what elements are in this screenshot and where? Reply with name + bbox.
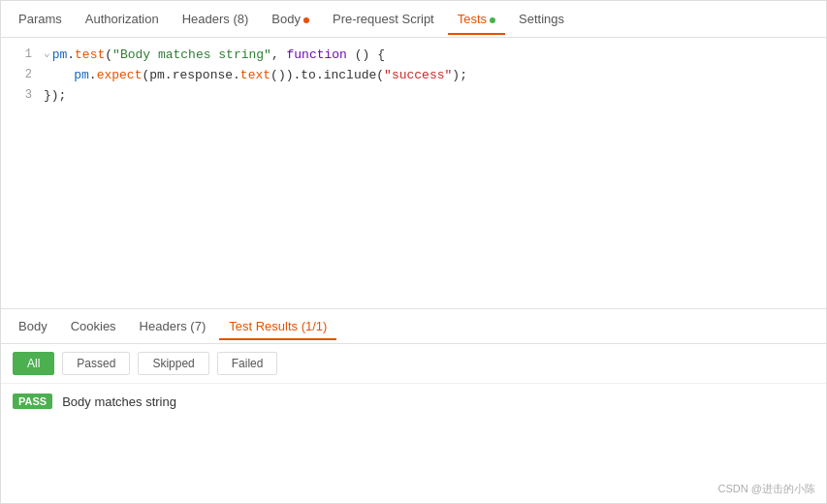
top-tab-settings[interactable]: Settings — [509, 4, 574, 34]
bottom-tab-cookies[interactable]: Cookies — [61, 313, 126, 339]
filter-tab-skipped[interactable]: Skipped — [138, 352, 208, 375]
line-number: 1 — [9, 46, 32, 64]
bottom-tab-bar: BodyCookiesHeaders (7)Test Results (1/1) — [1, 309, 826, 344]
filter-tab-bar: AllPassedSkippedFailed — [1, 344, 826, 384]
code-content: pm.test("Body matches string", function … — [52, 46, 385, 66]
test-results-panel: PASSBody matches string — [1, 384, 826, 419]
code-line-1: 1⌄pm.test("Body matches string", functio… — [1, 46, 826, 66]
top-tab-pre-requestscript[interactable]: Pre-request Script — [323, 4, 444, 34]
pass-badge: PASS — [13, 394, 52, 409]
top-tab-authorization[interactable]: Authorization — [76, 4, 169, 34]
tab-dot-green — [490, 17, 495, 23]
line-number: 3 — [9, 86, 32, 105]
code-content: }); — [44, 86, 66, 107]
filter-tab-passed[interactable]: Passed — [62, 352, 130, 375]
filter-tab-all[interactable]: All — [13, 352, 54, 375]
watermark: CSDN @进击的小陈 — [718, 482, 815, 496]
top-tab-tests[interactable]: Tests — [448, 4, 505, 34]
test-name: Body matches string — [62, 394, 176, 409]
tab-dot-orange — [303, 17, 309, 23]
code-editor[interactable]: 1⌄pm.test("Body matches string", functio… — [1, 38, 826, 309]
top-tab-headers8[interactable]: Headers (8) — [173, 4, 259, 34]
bottom-tab-testresults11[interactable]: Test Results (1/1) — [219, 313, 336, 339]
top-tab-body[interactable]: Body — [262, 4, 319, 34]
bottom-tab-body[interactable]: Body — [9, 313, 57, 339]
bottom-tab-headers7[interactable]: Headers (7) — [130, 313, 216, 339]
collapse-arrow-icon[interactable]: ⌄ — [44, 46, 50, 63]
top-tab-params[interactable]: Params — [9, 4, 72, 34]
filter-tab-failed[interactable]: Failed — [217, 352, 278, 375]
test-result-row: PASSBody matches string — [13, 394, 814, 409]
code-content: pm.expect(pm.response.text()).to.include… — [44, 66, 467, 86]
code-line-3: 3}); — [1, 86, 826, 107]
code-line-2: 2 pm.expect(pm.response.text()).to.inclu… — [1, 66, 826, 86]
top-tab-bar: ParamsAuthorizationHeaders (8)BodyPre-re… — [1, 1, 826, 38]
line-number: 2 — [9, 66, 32, 84]
